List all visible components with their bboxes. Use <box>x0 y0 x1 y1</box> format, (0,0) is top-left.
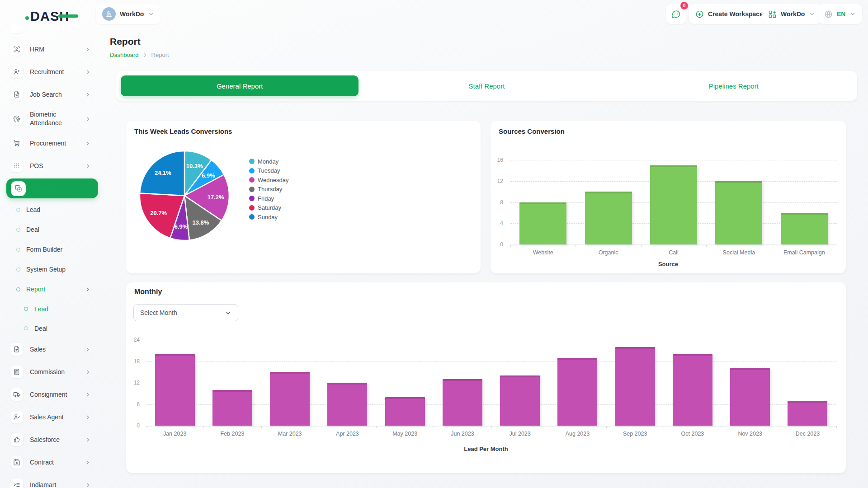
x-axis-tick <box>491 426 492 428</box>
tab-staff-report[interactable]: Staff Report <box>368 75 605 96</box>
consignment-icon <box>10 388 23 401</box>
sidebar-item-label: Sales <box>30 345 79 354</box>
x-axis-tick <box>836 426 837 428</box>
tab-pipelines-report[interactable]: Pipelines Report <box>615 75 853 96</box>
sidebar-item-hrm[interactable]: HRM <box>0 38 105 61</box>
sidebar-item-lead[interactable]: Lead <box>0 299 105 319</box>
month-select[interactable]: Select Month <box>133 304 238 321</box>
globe-icon <box>824 10 833 19</box>
sidebar-item-label: Contract <box>30 458 79 467</box>
bullet-icon <box>24 326 28 330</box>
chevron-down-icon <box>148 11 154 17</box>
card-header: This Week Leads Conversions <box>126 121 481 142</box>
breadcrumb-current: Report <box>151 52 169 58</box>
sidebar-item-form-builder[interactable]: Form Builder <box>0 239 105 259</box>
sidebar-item-sales[interactable]: Sales <box>0 338 105 361</box>
gridline <box>510 160 837 160</box>
workspace-switcher[interactable]: WorkDo <box>96 4 160 24</box>
sidebar-item-system-setup[interactable]: System Setup <box>0 259 105 279</box>
category-label: Mar 2023 <box>261 431 319 437</box>
sidebar-item-label: POS <box>30 162 79 170</box>
y-tick-label: 4 <box>491 220 503 227</box>
hrm-icon <box>10 43 23 56</box>
sidebar-item-contract[interactable]: Contract <box>0 451 105 474</box>
chevron-right-icon <box>85 141 91 146</box>
bar-oct-2023 <box>673 354 712 426</box>
account-menu-button[interactable]: WorkDo <box>762 4 821 24</box>
category-label: Feb 2023 <box>203 431 261 437</box>
sidebar-item-procurement[interactable]: Procurement <box>0 132 105 155</box>
sidebar-item-job-search[interactable]: Job Search <box>0 83 105 106</box>
sidebar-nav: HRMRecruitmentJob SearchBiometric Attend… <box>0 38 105 488</box>
procurement-icon <box>10 137 23 150</box>
messages-button[interactable]: 0 <box>666 4 686 24</box>
bullet-icon <box>24 307 28 311</box>
sidebar-item-consignment[interactable]: Consignment <box>0 383 105 406</box>
pos-icon <box>10 160 23 172</box>
sidebar-item-indiamart[interactable]: Indiamart <box>0 474 105 488</box>
bullet-icon <box>16 208 20 212</box>
bullet-icon <box>16 228 20 232</box>
y-tick-label: 8 <box>491 199 503 206</box>
pie-data-label: 6.9% <box>202 172 215 179</box>
sources-chart-area: 0481216WebsiteOrganicCallSocial MediaEma… <box>491 142 846 273</box>
sidebar-item-deal[interactable]: Deal <box>0 319 105 338</box>
sidebar-item-label: Deal <box>34 325 47 332</box>
chat-icon <box>671 9 681 19</box>
create-workspace-button[interactable]: Create Workspace <box>689 4 769 24</box>
chevron-right-icon <box>85 460 91 465</box>
sidebar-item-label: Sales Agent <box>30 413 79 422</box>
category-label: Dec 2023 <box>779 431 836 437</box>
sidebar-item-commission[interactable]: Commission <box>0 361 105 383</box>
tab-general-report[interactable]: General Report <box>121 75 359 96</box>
chevron-right-icon <box>85 392 91 398</box>
x-axis-line <box>510 244 837 245</box>
sidebar-item-pos[interactable]: POS <box>0 155 105 177</box>
bar-nov-2023 <box>730 368 770 426</box>
plus-circle-icon <box>695 10 704 19</box>
x-axis-tick <box>837 245 837 247</box>
bullet-icon <box>16 287 20 291</box>
sidebar-item-deal[interactable]: Deal <box>0 220 105 239</box>
language-menu-button[interactable]: EN <box>818 4 862 24</box>
category-label: Website <box>510 249 576 256</box>
pie-chart-area: 10.3%6.9%17.2%13.8%6.9%20.7%24.1% Monday… <box>126 142 481 273</box>
sales-icon <box>10 343 23 356</box>
category-label: Jun 2023 <box>434 431 491 437</box>
legend-item-wednesday: Wednesday <box>249 175 288 185</box>
legend-item-saturday: Saturday <box>249 203 288 213</box>
sidebar-item-label: Report <box>26 286 45 293</box>
bar-feb-2023 <box>212 390 252 426</box>
category-label: Social Media <box>706 249 771 256</box>
legend-dot <box>249 205 255 211</box>
chevron-down-icon <box>849 11 856 17</box>
legend-dot <box>249 187 255 192</box>
sidebar-item-salesforce[interactable]: Salesforce <box>0 428 105 451</box>
bar-aug-2023 <box>557 358 597 426</box>
bar-apr-2023 <box>327 383 367 426</box>
category-label: Email Campaign <box>772 249 837 256</box>
sidebar-item-label: CRM <box>36 184 85 193</box>
report-tabs: General Report Staff Report Pipelines Re… <box>116 71 857 101</box>
sidebar-item-label: Job Search <box>30 90 79 99</box>
pie-data-label: 6.9% <box>175 223 188 230</box>
legend-item-monday: Monday <box>249 157 288 166</box>
sidebar-item-crm[interactable]: CRM <box>0 177 105 200</box>
bullet-icon <box>16 267 20 272</box>
legend-label: Saturday <box>258 204 281 211</box>
sidebar-item-lead[interactable]: Lead <box>0 200 105 220</box>
sidebar-item-sales-agent[interactable]: Sales Agent <box>0 406 105 428</box>
y-tick-label: 12 <box>126 379 140 386</box>
legend-label: Sunday <box>258 214 278 221</box>
breadcrumb-dashboard-link[interactable]: Dashboard <box>110 52 139 58</box>
x-axis-tick <box>664 426 664 428</box>
sidebar-item-biometric-attendance[interactable]: Biometric Attendance <box>0 106 105 132</box>
pie-data-label: 13.8% <box>192 219 209 226</box>
sidebar-item-recruitment[interactable]: Recruitment <box>0 61 105 83</box>
messages-badge: 0 <box>680 2 688 9</box>
legend-item-friday: Friday <box>249 194 288 203</box>
category-label: Jul 2023 <box>491 431 549 437</box>
bar-may-2023 <box>385 397 425 426</box>
sidebar-item-label: Biometric Attendance <box>30 110 79 127</box>
sidebar-item-report[interactable]: Report <box>0 279 105 299</box>
